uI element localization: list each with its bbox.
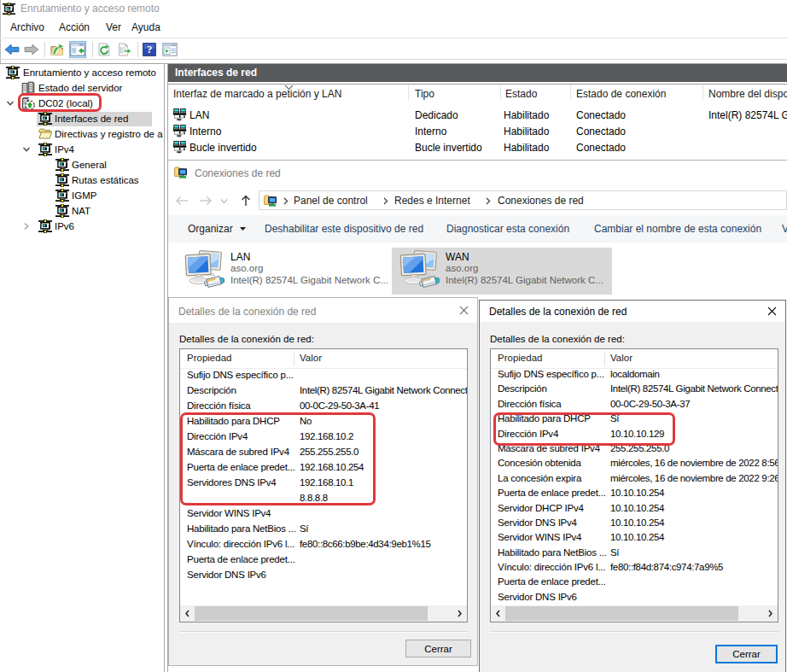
property-row: Vínculo: dirección IPv6 l...fe80::f84d:8… [491,560,778,575]
folder-open-icon [38,127,52,141]
nic-icon [173,125,187,138]
cerrar-button[interactable]: Cerrar [715,645,778,663]
back-icon[interactable] [3,44,20,56]
address-location-icon [264,194,277,207]
col-sep[interactable] [702,85,703,100]
breadcrumb-chevron-icon[interactable] [283,197,289,205]
annotation-lan-static-config [180,412,376,505]
disable-device-button[interactable]: Deshabilitar este dispositivo de red [265,215,423,243]
interface-row-interno[interactable]: Interno Interno Habilitado Conectado [168,124,787,140]
col-sep[interactable] [408,85,409,100]
nav-up-icon[interactable] [240,195,252,207]
col-tipo[interactable]: Tipo [415,88,434,100]
cerrar-button[interactable]: Cerrar [405,640,471,657]
breadcrumb-panel-de-control[interactable]: Panel de control [294,195,368,207]
connection-tile-lan[interactable]: LAN aso.org Intel(R) 82574L Gigabit Netw… [177,248,392,295]
property-row: Sufijo DNS específico p... [180,367,467,383]
organize-button[interactable]: Organizar [188,215,233,243]
col-valor[interactable]: Valor [300,353,322,363]
close-button[interactable] [439,298,477,323]
chevron-expanded-icon[interactable] [22,145,31,154]
explorer-title: Conexiones de red [195,167,281,179]
col-sep[interactable] [500,85,501,100]
col-estado[interactable]: Estado [505,88,537,100]
window-title: Enrutamiento y acceso remoto [20,3,160,15]
col-sep[interactable] [294,352,294,366]
col-valor[interactable]: Valor [610,353,633,363]
toolbar-separator [44,42,45,57]
dialog-wan-details: Detalles de la conexión de red Detalles … [479,300,786,672]
separator [490,631,778,632]
menu-ayuda[interactable]: Ayuda [131,21,160,33]
interface-row-lan[interactable]: LAN Dedicado Habilitado Conectado Intel(… [168,108,787,124]
details-label: Detalles de la conexión de red: [179,334,314,344]
rras-node-icon [55,189,69,202]
show-window-icon[interactable] [162,43,178,56]
nav-back-icon[interactable] [175,195,189,207]
scrollbar-thumb[interactable] [505,606,738,621]
property-row: Habilitado para NetBios ...Sí [491,546,778,560]
forward-icon[interactable] [23,44,40,56]
breadcrumb-redes-e-internet[interactable]: Redes e Internet [394,195,470,207]
horizontal-scrollbar[interactable] [491,605,778,622]
network-adapter-icon [399,250,440,289]
connection-tile-wan[interactable]: WAN aso.org Intel(R) 82574L Gigabit Netw… [392,248,612,295]
scroll-right-icon[interactable] [763,605,778,622]
breadcrumb-conexiones-de-red[interactable]: Conexiones de red [498,195,584,207]
results-pane: Interfaces de red Interfaz de marcado a … [168,63,787,160]
details-label: Detalles de la conexión de red: [490,334,625,344]
network-connections-icon [174,166,188,179]
col-sep[interactable] [604,352,605,366]
address-bar[interactable]: Panel de control Redes e Internet Conexi… [259,190,787,210]
diagnose-button[interactable]: Diagnosticar esta conexión [446,215,569,243]
help-icon[interactable] [143,43,156,56]
nav-forward-icon[interactable] [199,195,213,207]
console-tree-toggle-icon [70,43,85,56]
property-row: Habilitado para NetBios ...Sí [180,521,467,536]
scroll-left-icon[interactable] [180,605,195,622]
up-folder-icon[interactable] [50,43,66,56]
col-estado-conexion[interactable]: Estado de conexión [576,88,666,100]
close-button[interactable] [747,301,785,325]
property-row: Concesión obtenidamiércoles, 16 de novie… [491,456,778,470]
col-sep[interactable] [570,85,571,100]
horizontal-scrollbar[interactable] [180,605,467,622]
export-list-icon[interactable] [118,43,131,56]
tree-splitter[interactable] [164,63,165,672]
col-propiedad[interactable]: Propiedad [498,353,542,363]
interface-row-bucle[interactable]: Bucle invertido Bucle invertido Habilita… [168,140,787,156]
menu-archivo[interactable]: Archivo [10,21,44,33]
breadcrumb-chevron-icon[interactable] [486,197,491,205]
console-tree-toggle[interactable] [69,41,86,58]
breadcrumb-chevron-icon[interactable] [383,197,388,205]
property-row: DescripciónIntel(R) 82574L Gigabit Netwo… [180,383,467,398]
col-nombre-dispositivo[interactable]: Nombre del dispo [708,88,787,100]
scrollbar-thumb[interactable] [195,606,428,621]
menu-ver[interactable]: Ver [106,21,121,33]
results-pane-title: Interfaces de red [168,64,787,82]
rename-button[interactable]: Cambiar el nombre de esta conexión [594,215,761,243]
col-propiedad[interactable]: Propiedad [187,353,231,363]
col-interfaz[interactable]: Interfaz de marcado a petición y LAN [173,88,341,100]
rras-app-icon [3,3,15,15]
refresh-icon[interactable] [97,43,111,56]
dialog-titlebar[interactable]: Detalles de la conexión de red [480,301,785,322]
chevron-collapsed-icon[interactable] [22,222,31,231]
close-icon [459,306,469,315]
scroll-left-icon[interactable] [491,605,505,622]
rras-node-icon [55,204,69,218]
scroll-right-icon[interactable] [452,605,467,622]
property-row: Servidor DNS IPv6 [491,590,778,605]
nic-icon [173,108,187,122]
toolbar-separator [137,42,138,57]
view-status-button[interactable]: V [782,215,787,243]
property-row: Puerta de enlace predet... [180,552,467,567]
nav-history-chevron-icon[interactable] [220,198,228,204]
dialog-titlebar[interactable]: Detalles de la conexión de red [169,298,477,323]
menu-accion[interactable]: Acción [59,21,90,33]
dialog-title: Detalles de la conexión de red [489,306,627,318]
right-pane-border [167,63,168,672]
chevron-expanded-icon[interactable] [6,99,15,108]
band-bottom-line [168,84,787,85]
dialog-lan-details: Detalles de la conexión de red Detalles … [168,297,478,666]
